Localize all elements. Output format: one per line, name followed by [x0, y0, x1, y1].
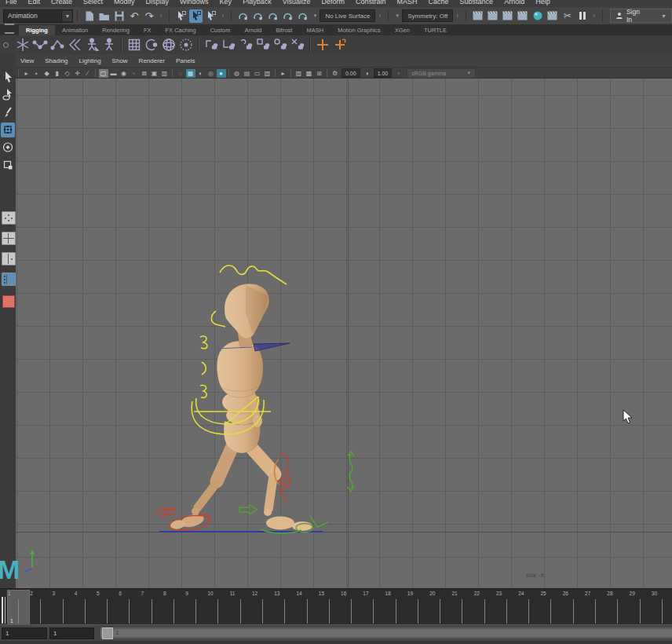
orient-constraint-icon[interactable] — [237, 36, 254, 53]
menu-constrain[interactable]: Constrain — [350, 0, 392, 7]
image-plane-icon[interactable]: ◇ — [63, 69, 72, 78]
snap-view-planes-icon[interactable] — [296, 9, 309, 23]
shelf-tab-turtle[interactable]: TURTLE — [417, 25, 454, 35]
snap-projected-center-icon[interactable] — [281, 9, 294, 23]
menu-playback[interactable]: Playback — [237, 0, 277, 7]
gamma-icon[interactable]: ◑ — [362, 69, 371, 78]
cut-icon[interactable]: ✂ — [561, 9, 574, 23]
select-hierarchy-icon[interactable] — [174, 9, 188, 23]
rotate-tool[interactable] — [1, 140, 15, 155]
panel-menu-lighting[interactable]: Lighting — [75, 57, 106, 64]
shelf-tab-arnold[interactable]: Arnold — [238, 25, 269, 35]
render-region-icon[interactable] — [501, 9, 514, 23]
symmetry-chevron-icon[interactable]: ▼ — [395, 13, 400, 18]
menu-key[interactable]: Key — [214, 0, 238, 7]
sequence-render-icon[interactable] — [546, 9, 559, 23]
motion-blur-icon[interactable]: ● — [217, 69, 226, 78]
menu-create[interactable]: Create — [46, 0, 78, 7]
menu-mash[interactable]: MASH — [392, 0, 423, 7]
select-tool[interactable] — [1, 69, 15, 84]
symmetry-field[interactable]: Symmetry: Off — [402, 9, 453, 22]
select-camera-icon[interactable]: ▸ — [22, 69, 31, 78]
front-leg[interactable] — [245, 441, 312, 531]
shelf-tab-custom[interactable]: Custom — [203, 25, 238, 35]
snap-curves-icon[interactable] — [251, 9, 265, 23]
menu-edit[interactable]: Edit — [23, 0, 46, 7]
panel-menu-shading[interactable]: Shading — [40, 57, 72, 64]
resolution-gate-icon[interactable]: ▭ — [253, 69, 262, 78]
exposure-icon[interactable]: ⚙ — [331, 69, 340, 78]
parent-constraint-icon[interactable] — [203, 36, 220, 53]
select-object-icon[interactable] — [189, 9, 203, 23]
outliner-persp-layout[interactable] — [2, 273, 16, 286]
panel-menu-show[interactable]: Show — [108, 57, 133, 64]
menubar[interactable]: FileEditCreateSelectModifyDisplayWindows… — [0, 0, 672, 7]
menu-substance[interactable]: Substance — [455, 0, 499, 7]
occlusion-icon[interactable]: ◎ — [206, 69, 216, 78]
render-settings-icon[interactable] — [471, 9, 484, 23]
shelf-tab-fx-caching[interactable]: FX Caching — [158, 25, 203, 35]
viewport[interactable]: side -X — [16, 78, 672, 589]
shelf-tab-bifrost[interactable]: Bifrost — [268, 25, 299, 35]
menu-windows[interactable]: Windows — [174, 0, 214, 7]
range-slider[interactable]: 1 — [100, 627, 672, 639]
time-slider[interactable]: 1 12345678910111213141516171819202122232… — [0, 588, 672, 625]
undo-icon[interactable]: ↶ — [127, 9, 141, 23]
paint-select-tool[interactable] — [1, 104, 15, 119]
playback-start-field[interactable]: 1 — [2, 628, 47, 639]
chevron-down-icon[interactable]: ▼ — [312, 13, 317, 18]
panel-menu-view[interactable]: View — [16, 57, 38, 64]
wrap-deformer-icon[interactable] — [160, 36, 177, 53]
select-component-icon[interactable] — [204, 9, 217, 23]
sign-in-button[interactable]: Sign In ▼ — [610, 9, 672, 23]
panel-menu-panels[interactable]: Panels — [171, 57, 199, 64]
locator-icon[interactable] — [314, 36, 331, 53]
layout-swatch-red[interactable] — [2, 295, 15, 308]
grease-pencil-icon[interactable]: ∕ — [83, 69, 93, 78]
wireframe-icon[interactable]: ▢ — [99, 69, 108, 78]
scale-constraint-icon[interactable] — [289, 36, 306, 53]
annotation-icon[interactable] — [331, 36, 349, 53]
bounding-box-icon[interactable]: ⊠ — [140, 69, 149, 78]
lighting-default-icon[interactable]: ▦ — [186, 69, 195, 78]
ik-handle-icon[interactable] — [49, 36, 66, 53]
redo-icon[interactable]: ↷ — [142, 9, 155, 23]
head[interactable] — [225, 284, 269, 338]
gamma-field[interactable]: 1.00 — [374, 68, 393, 78]
shelf-tab-fx[interactable]: FX — [137, 25, 159, 35]
panel-menu-renderer[interactable]: Renderer — [134, 57, 170, 64]
menu-visualize[interactable]: Visualize — [277, 0, 316, 7]
lock-camera-icon[interactable]: ▪ — [32, 69, 42, 78]
select-obj-icon[interactable]: ▸ — [279, 69, 288, 78]
textured-icon[interactable]: ▣ — [150, 69, 159, 78]
anim-start-field[interactable]: 1 — [49, 628, 94, 639]
live-surface-field[interactable]: No Live Surface — [320, 9, 375, 22]
menu-arnold[interactable]: Arnold — [499, 0, 530, 7]
shelf-tab-animation[interactable]: Animation — [55, 25, 95, 35]
aim-constraint-icon[interactable] — [254, 36, 272, 53]
shelf-tab-rendering[interactable]: Rendering — [95, 25, 137, 35]
menu-deform[interactable]: Deform — [316, 0, 351, 7]
scale-tool[interactable] — [1, 158, 15, 173]
shelf-tab-mash[interactable]: MASH — [299, 25, 331, 35]
lattice-icon[interactable] — [126, 36, 143, 53]
xray-icon[interactable]: ▨ — [294, 69, 304, 78]
menu-display[interactable]: Display — [141, 0, 175, 7]
menu-select[interactable]: Select — [78, 0, 108, 7]
character-rig[interactable] — [145, 256, 369, 543]
shade-wireframe-icon[interactable]: ◉ — [119, 69, 129, 78]
shadows-icon[interactable]: ◐ — [196, 69, 206, 78]
colorspace-dropdown[interactable]: sRGB gamma ▼ — [407, 68, 476, 79]
chevron-down-icon[interactable]: ▼ — [661, 13, 667, 19]
create-joint-icon[interactable] — [14, 36, 31, 53]
point-constraint-icon[interactable] — [220, 36, 237, 53]
bookmark-icon[interactable]: ▮ — [53, 69, 62, 78]
pause-icon[interactable] — [575, 9, 589, 23]
single-pane-layout[interactable] — [2, 211, 16, 225]
gate-mask-icon[interactable]: ▧ — [263, 69, 272, 78]
open-scene-icon[interactable] — [97, 9, 111, 23]
lighting-all-icon[interactable]: ◌ — [176, 69, 185, 78]
field-chart-icon[interactable]: ▤ — [243, 69, 252, 78]
menu-modify[interactable]: Modify — [108, 0, 141, 7]
render-frame-icon[interactable] — [486, 9, 499, 23]
